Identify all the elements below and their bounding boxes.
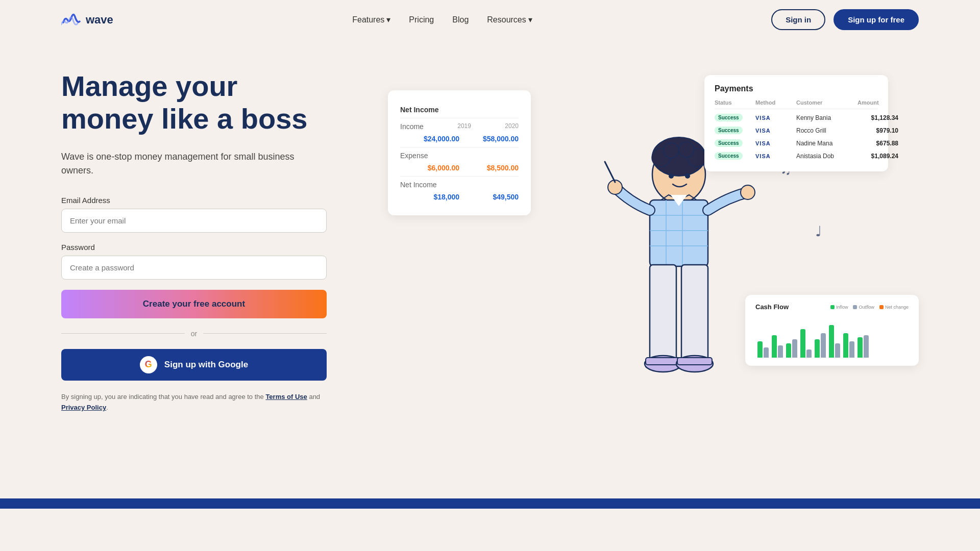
cashflow-chart: [755, 317, 909, 358]
or-divider: or: [61, 330, 327, 338]
bar-group: [757, 341, 769, 358]
table-row: Success VISA Rocco Grill $979.10: [715, 124, 878, 137]
table-row: Success VISA Nadine Mana $675.88: [715, 137, 878, 149]
payments-card: Payments Status Method Customer Amount S…: [704, 75, 888, 171]
main-content: Manage your money like a boss Wave is on…: [0, 39, 980, 498]
privacy-link[interactable]: Privacy Policy: [61, 404, 106, 411]
svg-rect-17: [650, 265, 676, 362]
signin-button[interactable]: Sign in: [771, 9, 825, 30]
nav-features[interactable]: Features ▾: [352, 15, 390, 24]
svg-point-5: [679, 142, 694, 157]
svg-line-15: [605, 162, 615, 182]
music-note-3: ♩: [815, 223, 822, 240]
bottom-bar: [0, 498, 980, 509]
svg-point-6: [669, 173, 674, 179]
bar-group: [800, 329, 812, 358]
cashflow-header: Cash Flow Inflow Outflow Net change: [755, 303, 909, 311]
email-label: Email Address: [61, 196, 327, 205]
or-text: or: [191, 330, 197, 338]
chevron-down-icon: ▾: [386, 15, 390, 24]
illustration-area: Net Income Income 2019 2020 $24,000.00 $…: [368, 70, 919, 427]
create-account-button[interactable]: Create your free account: [61, 290, 327, 318]
signup-button[interactable]: Sign up for free: [834, 9, 919, 30]
password-label: Password: [61, 243, 327, 252]
email-input[interactable]: [61, 209, 327, 233]
table-row: Success VISA Kenny Bania $1,128.34: [715, 111, 878, 124]
bar-group: [857, 335, 869, 358]
terms-link[interactable]: Terms of Use: [265, 393, 307, 400]
nav-pricing[interactable]: Pricing: [409, 15, 434, 24]
google-signup-button[interactable]: G Sign up with Google: [61, 349, 327, 381]
income-card: Net Income Income 2019 2020 $24,000.00 $…: [388, 90, 531, 215]
svg-rect-8: [650, 200, 708, 266]
divider-line-right: [203, 333, 327, 334]
password-input[interactable]: [61, 256, 327, 280]
logo[interactable]: wave: [61, 12, 113, 28]
svg-rect-18: [681, 265, 708, 362]
nav-blog[interactable]: Blog: [452, 15, 469, 24]
net-income-label: Net Income: [400, 106, 519, 114]
svg-rect-20: [646, 358, 680, 365]
payments-title: Payments: [715, 84, 878, 93]
svg-point-16: [741, 185, 755, 199]
bar-group: [843, 333, 854, 358]
password-field-group: Password: [61, 243, 327, 280]
payments-table-header: Status Method Customer Amount: [715, 99, 878, 109]
wave-logo-icon: [61, 12, 82, 28]
divider-line-left: [61, 333, 185, 334]
bar-group: [772, 335, 783, 358]
email-field-group: Email Address: [61, 196, 327, 233]
nav-links: Features ▾ Pricing Blog Resources ▾: [352, 15, 532, 24]
right-panel: Net Income Income 2019 2020 $24,000.00 $…: [368, 70, 919, 427]
chevron-down-icon: ▾: [528, 15, 532, 24]
table-row: Success VISA Anistasia Dob $1,089.24: [715, 149, 878, 162]
brand-name: wave: [86, 13, 113, 27]
svg-rect-22: [677, 358, 712, 365]
svg-point-4: [664, 143, 679, 158]
cashflow-card: Cash Flow Inflow Outflow Net change: [745, 295, 919, 366]
cashflow-legend: Inflow Outflow Net change: [830, 305, 909, 310]
bar-group: [815, 333, 826, 358]
legal-text: By signing up, you are indicating that y…: [61, 392, 327, 413]
hero-subtitle: Wave is one-stop money management for sm…: [61, 150, 327, 178]
navbar: wave Features ▾ Pricing Blog Resources ▾…: [0, 0, 980, 39]
google-icon: G: [140, 356, 157, 373]
nav-buttons: Sign in Sign up for free: [771, 9, 919, 30]
svg-point-7: [685, 173, 690, 179]
hero-title: Manage your money like a boss: [61, 70, 327, 136]
bar-group: [786, 339, 797, 358]
nav-resources[interactable]: Resources ▾: [487, 15, 532, 24]
left-panel: Manage your money like a boss Wave is on…: [61, 70, 327, 413]
bar-group: [829, 325, 840, 358]
